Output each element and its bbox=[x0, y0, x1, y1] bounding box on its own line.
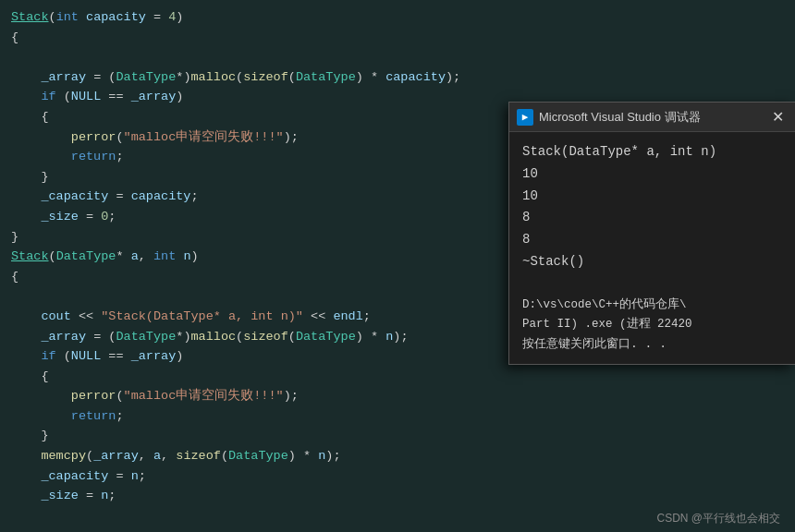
vs-output-body: Stack(DataType* a, int n) 10 10 8 8 ~Sta… bbox=[509, 132, 795, 364]
vs-popup-title: Microsoft Visual Studio 调试器 bbox=[539, 109, 701, 126]
output-line-4: 8 bbox=[522, 207, 782, 229]
vs-close-button[interactable]: ✕ bbox=[768, 108, 788, 126]
output-line-6: ~Stack() bbox=[522, 251, 782, 273]
output-line-7 bbox=[522, 273, 782, 296]
output-line-1: Stack(DataType* a, int n) bbox=[522, 141, 782, 163]
output-line-9: Part II) .exe (进程 22420 bbox=[522, 315, 782, 334]
vs-titlebar-left: ▶ Microsoft Visual Studio 调试器 bbox=[517, 109, 701, 126]
watermark: CSDN @平行线也会相交 bbox=[656, 511, 780, 526]
code-keyword2: Stack bbox=[11, 249, 49, 263]
output-line-3: 10 bbox=[522, 186, 782, 208]
output-line-5: 8 bbox=[522, 229, 782, 251]
output-line-2: 10 bbox=[522, 163, 782, 186]
code-keyword: Stack bbox=[11, 10, 49, 24]
vs-studio-icon: ▶ bbox=[517, 109, 533, 126]
output-line-8: D:\vs\code\C++的代码仓库\ bbox=[522, 296, 782, 315]
vs-debug-popup: ▶ Microsoft Visual Studio 调试器 ✕ Stack(Da… bbox=[508, 102, 795, 365]
output-line-10: 按任意键关闭此窗口. . . bbox=[522, 334, 782, 355]
vs-titlebar: ▶ Microsoft Visual Studio 调试器 ✕ bbox=[509, 103, 795, 132]
